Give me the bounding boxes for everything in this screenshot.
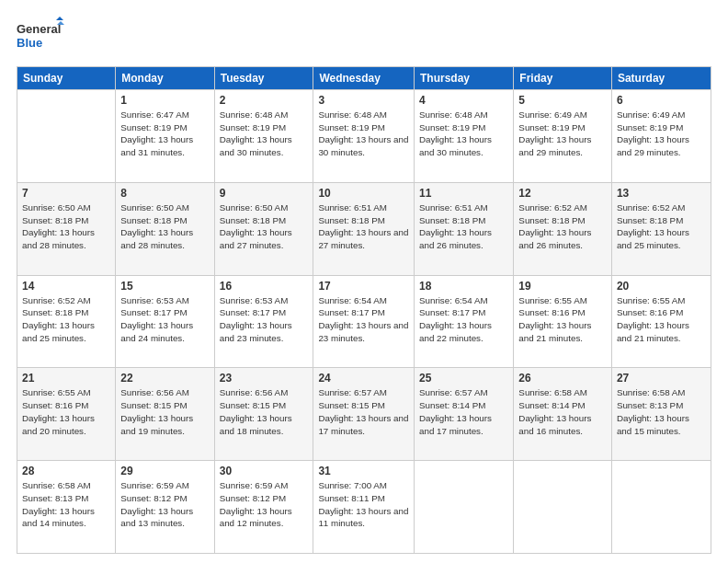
day-info: Sunrise: 6:58 AM Sunset: 8:13 PM Dayligh… [22,479,110,530]
day-info: Sunrise: 6:58 AM Sunset: 8:13 PM Dayligh… [617,386,706,437]
calendar-cell: 30Sunrise: 6:59 AM Sunset: 8:12 PM Dayli… [214,461,313,554]
day-number: 27 [617,372,706,385]
calendar-cell: 4Sunrise: 6:48 AM Sunset: 8:19 PM Daylig… [415,90,514,183]
day-info: Sunrise: 6:57 AM Sunset: 8:15 PM Dayligh… [318,386,409,437]
weekday-header-monday: Monday [116,67,214,90]
calendar-cell: 16Sunrise: 6:53 AM Sunset: 8:17 PM Dayli… [214,275,313,368]
day-number: 13 [617,187,706,200]
weekday-header-thursday: Thursday [415,67,514,90]
calendar-cell [611,461,711,554]
day-info: Sunrise: 6:51 AM Sunset: 8:18 PM Dayligh… [419,201,508,252]
calendar-cell: 1Sunrise: 6:47 AM Sunset: 8:19 PM Daylig… [116,90,214,183]
day-info: Sunrise: 6:55 AM Sunset: 8:16 PM Dayligh… [22,386,110,437]
day-number: 1 [120,94,209,107]
week-row-4: 21Sunrise: 6:55 AM Sunset: 8:16 PM Dayli… [17,368,711,461]
day-number: 25 [419,372,508,385]
svg-text:General: General [17,22,61,36]
day-number: 29 [120,465,209,477]
calendar-cell: 19Sunrise: 6:55 AM Sunset: 8:16 PM Dayli… [514,275,612,368]
day-number: 9 [220,187,309,200]
day-number: 26 [518,372,607,385]
day-number: 22 [120,372,209,385]
day-number: 24 [318,372,409,385]
day-number: 23 [220,372,309,385]
day-info: Sunrise: 6:58 AM Sunset: 8:14 PM Dayligh… [518,386,607,437]
day-info: Sunrise: 6:56 AM Sunset: 8:15 PM Dayligh… [220,386,309,437]
day-info: Sunrise: 7:00 AM Sunset: 8:11 PM Dayligh… [318,479,409,530]
day-number: 15 [120,280,209,293]
calendar-cell: 2Sunrise: 6:48 AM Sunset: 8:19 PM Daylig… [214,90,313,183]
day-info: Sunrise: 6:57 AM Sunset: 8:14 PM Dayligh… [419,386,508,437]
day-info: Sunrise: 6:59 AM Sunset: 8:12 PM Dayligh… [220,479,309,530]
calendar-cell: 18Sunrise: 6:54 AM Sunset: 8:17 PM Dayli… [415,275,514,368]
day-info: Sunrise: 6:48 AM Sunset: 8:19 PM Dayligh… [220,109,309,159]
calendar-cell: 21Sunrise: 6:55 AM Sunset: 8:16 PM Dayli… [17,368,116,461]
day-number: 5 [518,94,607,107]
day-info: Sunrise: 6:48 AM Sunset: 8:19 PM Dayligh… [419,109,508,159]
day-number: 7 [22,187,110,200]
calendar-cell: 26Sunrise: 6:58 AM Sunset: 8:14 PM Dayli… [514,368,612,461]
day-number: 28 [22,465,110,477]
calendar-cell: 27Sunrise: 6:58 AM Sunset: 8:13 PM Dayli… [611,368,711,461]
svg-marker-2 [56,17,63,20]
page: General Blue SundayMondayTuesdayWednesda… [0,0,728,563]
calendar-cell: 3Sunrise: 6:48 AM Sunset: 8:19 PM Daylig… [313,90,415,183]
day-number: 19 [518,280,607,293]
calendar-cell: 25Sunrise: 6:57 AM Sunset: 8:14 PM Dayli… [415,368,514,461]
calendar-cell: 6Sunrise: 6:49 AM Sunset: 8:19 PM Daylig… [611,90,711,183]
day-info: Sunrise: 6:55 AM Sunset: 8:16 PM Dayligh… [617,294,706,345]
day-info: Sunrise: 6:59 AM Sunset: 8:12 PM Dayligh… [120,479,209,530]
weekday-header-wednesday: Wednesday [313,67,415,90]
day-info: Sunrise: 6:49 AM Sunset: 8:19 PM Dayligh… [518,109,607,159]
day-number: 10 [318,187,409,200]
calendar-cell [17,90,116,183]
day-info: Sunrise: 6:52 AM Sunset: 8:18 PM Dayligh… [22,294,110,345]
week-row-3: 14Sunrise: 6:52 AM Sunset: 8:18 PM Dayli… [17,275,711,368]
calendar-cell: 7Sunrise: 6:50 AM Sunset: 8:18 PM Daylig… [17,182,116,275]
day-number: 6 [617,94,706,107]
calendar-cell: 24Sunrise: 6:57 AM Sunset: 8:15 PM Dayli… [313,368,415,461]
day-number: 2 [220,94,309,107]
calendar-cell: 22Sunrise: 6:56 AM Sunset: 8:15 PM Dayli… [116,368,214,461]
day-info: Sunrise: 6:52 AM Sunset: 8:18 PM Dayligh… [617,201,706,252]
weekday-header-row: SundayMondayTuesdayWednesdayThursdayFrid… [17,67,711,90]
day-number: 11 [419,187,508,200]
day-info: Sunrise: 6:52 AM Sunset: 8:18 PM Dayligh… [518,201,607,252]
weekday-header-sunday: Sunday [17,67,116,90]
day-info: Sunrise: 6:54 AM Sunset: 8:17 PM Dayligh… [318,294,409,345]
day-info: Sunrise: 6:50 AM Sunset: 8:18 PM Dayligh… [120,201,209,252]
logo-svg: General Blue [17,17,64,57]
calendar-cell: 15Sunrise: 6:53 AM Sunset: 8:17 PM Dayli… [116,275,214,368]
calendar-cell: 9Sunrise: 6:50 AM Sunset: 8:18 PM Daylig… [214,182,313,275]
weekday-header-saturday: Saturday [611,67,711,90]
calendar-cell: 31Sunrise: 7:00 AM Sunset: 8:11 PM Dayli… [313,461,415,554]
day-number: 18 [419,280,508,293]
day-number: 12 [518,187,607,200]
day-info: Sunrise: 6:48 AM Sunset: 8:19 PM Dayligh… [318,109,409,159]
calendar-cell: 23Sunrise: 6:56 AM Sunset: 8:15 PM Dayli… [214,368,313,461]
day-info: Sunrise: 6:53 AM Sunset: 8:17 PM Dayligh… [220,294,309,345]
day-number: 14 [22,280,110,293]
day-number: 21 [22,372,110,385]
calendar-cell [415,461,514,554]
weekday-header-friday: Friday [514,67,612,90]
week-row-1: 1Sunrise: 6:47 AM Sunset: 8:19 PM Daylig… [17,90,711,183]
header: General Blue [17,17,711,57]
calendar-cell: 11Sunrise: 6:51 AM Sunset: 8:18 PM Dayli… [415,182,514,275]
day-number: 8 [120,187,209,200]
day-number: 31 [318,465,409,477]
week-row-2: 7Sunrise: 6:50 AM Sunset: 8:18 PM Daylig… [17,182,711,275]
day-info: Sunrise: 6:50 AM Sunset: 8:18 PM Dayligh… [220,201,309,252]
day-info: Sunrise: 6:50 AM Sunset: 8:18 PM Dayligh… [22,201,110,252]
day-number: 20 [617,280,706,293]
day-info: Sunrise: 6:47 AM Sunset: 8:19 PM Dayligh… [120,109,209,159]
logo: General Blue [17,17,64,57]
day-info: Sunrise: 6:49 AM Sunset: 8:19 PM Dayligh… [617,109,706,159]
calendar-cell: 14Sunrise: 6:52 AM Sunset: 8:18 PM Dayli… [17,275,116,368]
day-info: Sunrise: 6:56 AM Sunset: 8:15 PM Dayligh… [120,386,209,437]
calendar-cell: 28Sunrise: 6:58 AM Sunset: 8:13 PM Dayli… [17,461,116,554]
calendar-cell: 5Sunrise: 6:49 AM Sunset: 8:19 PM Daylig… [514,90,612,183]
day-info: Sunrise: 6:51 AM Sunset: 8:18 PM Dayligh… [318,201,409,252]
day-number: 30 [220,465,309,477]
day-info: Sunrise: 6:54 AM Sunset: 8:17 PM Dayligh… [419,294,508,345]
